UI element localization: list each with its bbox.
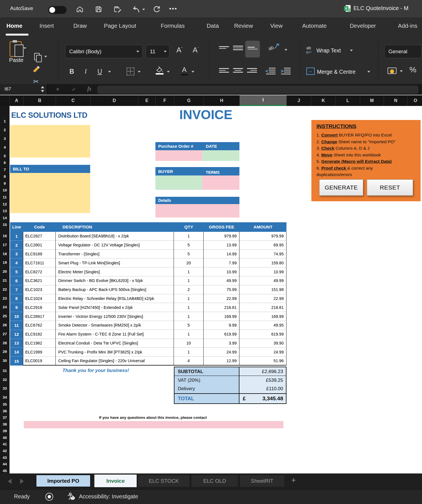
item-desc-cell[interactable]: Dimmer Switch - BG Evolve [BKL6203] - x … [56,276,174,285]
item-qty-cell[interactable]: 1 [174,232,204,241]
po-number-cell[interactable] [155,150,202,161]
row-header-27[interactable]: 27 [0,332,10,336]
number-format-select[interactable]: General [384,45,422,58]
align-top-icon[interactable] [219,46,229,49]
item-line-cell[interactable]: 1 [10,232,23,241]
item-qty-cell[interactable]: 5 [174,241,204,250]
row-header-25[interactable]: 25 [0,314,10,318]
item-fee-cell[interactable]: 9.99 [204,321,239,330]
item-amount-cell[interactable]: 22.99 [239,294,286,303]
merge-centre-button[interactable]: ↔ Merge & Centre [306,67,379,78]
save-icon[interactable] [95,6,102,13]
save-as-icon[interactable] [114,6,122,13]
item-desc-cell[interactable]: Distribution Board [SEA9BN18] - x 2/pk [56,232,174,241]
column-header-G[interactable]: G [174,95,204,106]
contact-cell[interactable] [24,421,283,428]
item-code-cell[interactable]: ELC9182 [23,330,56,339]
font-color-dropdown-chevron[interactable] [192,71,194,73]
item-line-cell[interactable]: 13 [10,339,23,348]
accessibility-icon[interactable]: ! [67,492,75,502]
align-bottom-button[interactable] [245,41,260,57]
item-desc-cell[interactable]: Transformer - [Singles] [56,250,174,259]
row-header-33[interactable]: 33 [0,386,10,390]
underline-button[interactable]: U [97,68,102,75]
item-qty-cell[interactable]: 2 [174,285,204,294]
row-header-2[interactable]: 2 [0,128,10,132]
currency-format-icon[interactable] [388,67,397,74]
item-fee-cell[interactable]: 12.99 [204,357,239,366]
item-amount-cell[interactable]: 49.99 [239,276,286,285]
item-qty-cell[interactable]: 20 [174,258,204,267]
item-desc-cell[interactable]: Solar Panel [HZN7450] - Extended x 2/pk [56,303,174,312]
redo-icon[interactable] [153,6,160,13]
row-header-43[interactable]: 43 [0,456,10,460]
sheet-tab-elc-old[interactable]: ELC OLD [191,475,238,487]
name-box-spinner-down[interactable] [41,90,44,92]
item-desc-cell[interactable]: Battery Backup - APC Back-UPS 500va [Sin… [56,285,174,294]
wrap-text-button[interactable]: abc↵ Wrap Text [306,45,368,56]
undo-dropdown-chevron[interactable] [142,9,145,10]
subtotal-value-cell[interactable]: £2,696.23 [239,367,286,376]
accessibility-status[interactable]: Accessibility: Investigate [79,493,138,500]
column-header-A[interactable]: A [10,95,23,106]
column-header-K[interactable]: K [311,95,335,106]
enter-icon[interactable]: ✓ [72,86,76,93]
item-code-cell[interactable]: ELC2918 [23,303,56,312]
item-fee-cell[interactable]: 7.99 [204,258,239,267]
percent-style-button[interactable]: % [409,65,416,74]
ribbon-tab-draw[interactable]: Draw [73,22,87,29]
item-code-cell[interactable]: ELC0019 [23,357,56,366]
buyer-cell[interactable] [155,175,202,190]
ribbon-tab-developer[interactable]: Developer [350,22,376,29]
align-right-icon[interactable] [247,68,257,73]
bold-button[interactable]: B [69,68,74,75]
item-amount-cell[interactable]: 169.99 [239,312,286,321]
decrease-font-icon[interactable]: Aˇ [193,46,199,54]
item-code-cell[interactable]: ELC1982 [23,339,56,348]
item-qty-cell[interactable]: 1 [174,276,204,285]
row-header-23[interactable]: 23 [0,296,10,300]
item-code-cell[interactable]: ELC6762 [23,321,56,330]
align-center-icon[interactable] [233,68,243,73]
row-header-37[interactable]: 37 [0,415,10,420]
item-qty-cell[interactable]: 1 [174,330,204,339]
item-fee-cell[interactable]: 979.99 [204,232,239,241]
name-box[interactable]: I67 [0,84,47,95]
item-amount-cell[interactable]: 218.81 [239,303,286,312]
undo-icon[interactable] [132,6,140,13]
item-line-cell[interactable]: 11 [10,321,23,330]
item-qty-cell[interactable]: 1 [174,312,204,321]
row-header-29[interactable]: 29 [0,350,10,354]
item-line-cell[interactable]: 4 [10,258,23,267]
item-desc-cell[interactable]: Fire Alarm System - C-TEC 8 Zone 11 [Ful… [56,330,174,339]
item-desc-cell[interactable]: Electrical Conduit - Deta Tte UPVC [Sing… [56,339,174,348]
generate-button[interactable]: GENERATE [319,179,363,196]
borders-icon[interactable] [127,68,134,75]
item-qty-cell[interactable]: 1 [174,267,204,276]
item-qty-cell[interactable]: 5 [174,321,204,330]
row-header-34[interactable]: 34 [0,395,10,399]
column-header-H[interactable]: H [204,95,239,106]
item-line-cell[interactable]: 2 [10,241,23,250]
row-header-20[interactable]: 20 [0,269,10,274]
sheet-tab-imported-po[interactable]: Imported PO [36,475,91,487]
ribbon-tab-review[interactable]: Review [234,22,253,29]
item-amount-cell[interactable]: 49.95 [239,321,286,330]
row-header-10[interactable]: 10 [0,188,10,192]
italic-button[interactable]: I [85,68,87,75]
row-header-31[interactable]: 31 [0,369,10,373]
ribbon-tab-home[interactable]: Home [6,22,22,29]
row-header-45[interactable]: 45 [0,469,10,473]
row-header-3[interactable]: 3 [0,137,10,141]
align-middle-icon[interactable] [233,46,243,50]
row-header-11[interactable]: 11 [0,195,10,199]
item-desc-cell[interactable]: Ceiling Fan Regulator [Singles] - 220v U… [56,357,174,366]
item-amount-cell[interactable]: 74.95 [239,250,286,259]
total-value-cell[interactable]: £ 3,345.48 [239,394,286,403]
row-header-14[interactable]: 14 [0,216,10,220]
row-header-22[interactable]: 22 [0,287,10,292]
column-header-N[interactable]: N [384,95,407,106]
row-header-38[interactable]: 38 [0,422,10,426]
item-amount-cell[interactable]: 619.99 [239,330,286,339]
item-code-cell[interactable]: ELC8272 [23,267,56,276]
